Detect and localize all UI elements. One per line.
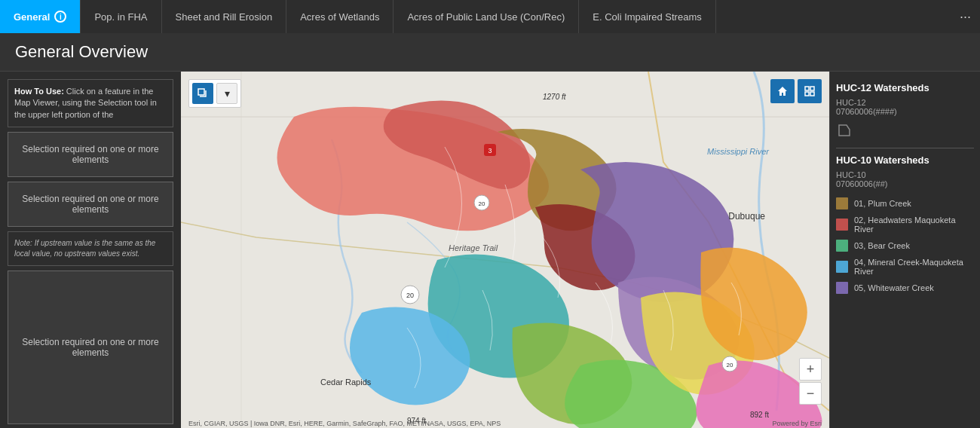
tab-ecoli[interactable]: E. Coli Impaired Streams	[579, 0, 716, 33]
grid-button[interactable]	[798, 79, 822, 103]
how-to-use-box: How To Use: Click on a feature in the Ma…	[8, 79, 173, 127]
tab-general[interactable]: General i	[0, 0, 81, 33]
watershed-color-05	[836, 282, 848, 294]
tab-public-land[interactable]: Acres of Public Land Use (Con/Rec)	[394, 0, 579, 33]
selection-box-large: Selection required on one or more elemen…	[8, 271, 173, 424]
selection-box-1: Selection required on one or more elemen…	[8, 132, 173, 177]
page-title: General Overview	[0, 33, 980, 72]
left-panel: How To Use: Click on a feature in the Ma…	[0, 72, 181, 428]
panel-divider	[836, 148, 974, 148]
main-content: How To Use: Click on a feature in the Ma…	[0, 72, 980, 428]
tab-public-land-label: Acres of Public Land Use (Con/Rec)	[407, 11, 565, 23]
huc10-sub: HUC-10 07060006(##)	[836, 170, 974, 188]
watershed-item-05: 05, Whitewater Creek	[836, 279, 974, 297]
tab-pop-fha-label: Pop. in FHA	[94, 11, 147, 23]
huc12-title: HUC-12 Watersheds	[836, 82, 974, 93]
powered-by-esri: Powered by Esri	[772, 420, 822, 427]
huc12-shape-icon	[836, 122, 974, 142]
huc12-sub: HUC-12 07060006(####)	[836, 98, 974, 116]
map-viewer[interactable]: 20 20 3 20 1270 ft 974 ft	[181, 72, 829, 428]
dropdown-button[interactable]: ▾	[216, 83, 237, 104]
huc10-title: HUC-10 Watersheds	[836, 154, 974, 166]
zoom-in-button[interactable]: +	[799, 358, 822, 381]
zoom-controls: + −	[799, 358, 822, 405]
watershed-color-02	[836, 219, 848, 231]
map-top-right-controls	[770, 79, 822, 103]
note-box: Note: If upstream value is the same as t…	[8, 231, 173, 266]
zoom-out-button[interactable]: −	[799, 382, 822, 405]
tab-sheet-erosion[interactable]: Sheet and Rill Erosion	[162, 0, 287, 33]
watershed-color-03	[836, 240, 848, 252]
tab-wetlands[interactable]: Acres of Wetlands	[286, 0, 394, 33]
cedar-rapids-label: Cedar Rapids	[320, 378, 371, 387]
info-icon[interactable]: i	[54, 11, 66, 23]
selection-box-2: Selection required on one or more elemen…	[8, 182, 173, 227]
svg-rect-13	[805, 87, 809, 90]
watershed-label-03: 03, Bear Creek	[854, 241, 910, 250]
watershed-item-02: 02, Headwaters Maquoketa River	[836, 212, 974, 237]
mississippi-river-label: Mississippi River	[707, 147, 769, 156]
map-attribution: Esri, CGIAR, USGS | Iowa DNR, Esri, HERE…	[188, 420, 501, 427]
right-panel: HUC-12 Watersheds HUC-12 07060006(####) …	[829, 72, 980, 428]
svg-rect-16	[810, 92, 814, 96]
home-button[interactable]	[770, 79, 795, 103]
svg-text:20: 20	[727, 362, 733, 368]
svg-rect-14	[810, 87, 814, 90]
watershed-label-01: 01, Plum Creek	[854, 199, 911, 208]
watershed-label-04: 04, Mineral Creek-Maquoketa River	[854, 258, 974, 276]
more-icon: ···	[960, 9, 971, 25]
watershed-label-05: 05, Whitewater Creek	[854, 283, 934, 292]
tab-wetlands-label: Acres of Wetlands	[300, 11, 379, 23]
svg-rect-12	[198, 89, 204, 95]
how-to-use-label: How To Use:	[14, 87, 64, 96]
heritage-trail-label: Heritage Trail	[449, 243, 498, 252]
dubuque-label: Dubuque	[728, 211, 765, 222]
tab-pop-fha[interactable]: Pop. in FHA	[81, 0, 161, 33]
tab-ecoli-label: E. Coli Impaired Streams	[593, 11, 702, 23]
tab-general-label: General	[14, 11, 50, 23]
svg-text:3: 3	[488, 147, 492, 154]
watershed-item-04: 04, Mineral Creek-Maquoketa River	[836, 255, 974, 279]
svg-text:20: 20	[406, 292, 414, 299]
top-navigation: General i Pop. in FHA Sheet and Rill Ero…	[0, 0, 980, 33]
more-tabs-button[interactable]: ···	[951, 0, 980, 33]
map-svg: 20 20 3 20	[181, 72, 829, 428]
elevation-label-3: 892 ft	[750, 411, 769, 419]
selection-tool-button[interactable]	[192, 83, 213, 104]
elevation-label-1: 1270 ft	[543, 93, 566, 101]
svg-rect-15	[805, 92, 809, 96]
watershed-color-04	[836, 261, 848, 273]
watershed-color-01	[836, 197, 848, 209]
svg-text:20: 20	[479, 200, 485, 207]
watershed-label-02: 02, Headwaters Maquoketa River	[854, 216, 974, 234]
watershed-item-03: 03, Bear Creek	[836, 237, 974, 255]
watershed-item-01: 01, Plum Creek	[836, 194, 974, 212]
map-toolbar: ▾	[188, 79, 241, 108]
tab-sheet-erosion-label: Sheet and Rill Erosion	[176, 11, 273, 23]
